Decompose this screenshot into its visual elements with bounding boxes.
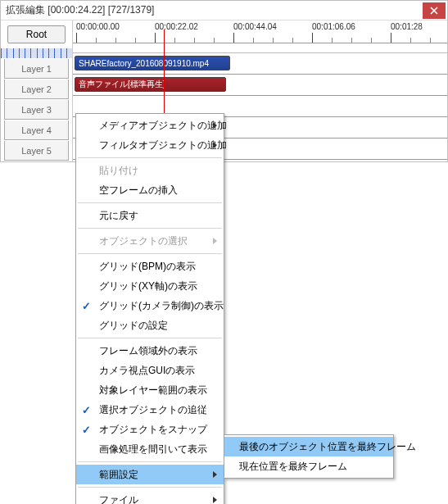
titlebar: 拡張編集 [00:00:24.22] [727/1379] bbox=[1, 1, 447, 20]
menu-range[interactable]: 範囲設定 bbox=[76, 465, 224, 484]
layer-label-2[interactable]: Layer 2 bbox=[4, 79, 69, 99]
menu-grid-config[interactable]: グリッドの設定 bbox=[76, 316, 224, 335]
layer-label-3[interactable]: Layer 3 bbox=[4, 100, 69, 120]
menu-out-of-frame[interactable]: フレーム領域外の表示 bbox=[76, 341, 224, 361]
menu-sep bbox=[78, 202, 222, 203]
layer-label-5[interactable]: Layer 5 bbox=[4, 141, 69, 161]
playhead-strip bbox=[1, 48, 72, 58]
menu-sep bbox=[78, 461, 222, 462]
left-column: Root Layer 1 Layer 2 Layer 3 Layer 4 Lay… bbox=[1, 20, 73, 161]
time-ruler[interactable]: 00:00:00.00 00:00:22.02 00:00:44.04 00:0… bbox=[73, 20, 447, 43]
ruler-label: 00:01:06.06 bbox=[312, 22, 355, 31]
submenu-last-obj[interactable]: 最後のオブジェクト位置を最終フレーム bbox=[224, 437, 393, 456]
window-title: 拡張編集 [00:00:24.22] [727/1379] bbox=[6, 3, 423, 17]
menu-sep bbox=[78, 253, 222, 254]
close-icon bbox=[430, 7, 438, 15]
menu-label: 選択オブジェクトの追従 bbox=[99, 403, 207, 417]
close-button[interactable] bbox=[423, 2, 446, 19]
layer-label-4[interactable]: Layer 4 bbox=[4, 120, 69, 140]
menu-undo[interactable]: 元に戻す bbox=[76, 206, 224, 225]
menu-add-media[interactable]: メディアオブジェクトの追加 bbox=[76, 116, 224, 135]
submenu-current[interactable]: 現在位置を最終フレーム bbox=[224, 456, 393, 476]
ruler-label: 00:00:44.04 bbox=[233, 22, 277, 31]
menu-add-filter[interactable]: フィルタオブジェクトの追加 bbox=[76, 135, 224, 155]
audio-clip[interactable]: 音声ファイル[標準再生] bbox=[75, 77, 226, 92]
ruler-label: 00:01:28 bbox=[391, 22, 423, 31]
range-submenu: 最後のオブジェクト位置を最終フレーム 現在位置を最終フレーム bbox=[224, 434, 394, 479]
menu-select-object: オブジェクトの選択 bbox=[76, 231, 224, 251]
menu-sep bbox=[78, 487, 222, 488]
video-clip[interactable]: SHAREfactory_201608091910.mp4 bbox=[75, 56, 230, 70]
menu-thin-img[interactable]: 画像処理を間引いて表示 bbox=[76, 439, 224, 459]
menu-target-range[interactable]: 対象レイヤー範囲の表示 bbox=[76, 380, 224, 400]
track-strip bbox=[73, 43, 447, 53]
menu-cam-gui[interactable]: カメラ視点GUIの表示 bbox=[76, 361, 224, 380]
menu-grid-bpm[interactable]: グリッド(BPM)の表示 bbox=[76, 257, 224, 276]
ruler-ticks bbox=[73, 31, 447, 43]
menu-paste: 貼り付け bbox=[76, 161, 224, 180]
menu-file[interactable]: ファイル bbox=[76, 490, 224, 504]
layer-label-1[interactable]: Layer 1 bbox=[4, 59, 69, 79]
track-row-2[interactable]: 音声ファイル[標準再生] bbox=[73, 75, 447, 96]
menu-sep bbox=[78, 157, 222, 158]
check-icon: ✓ bbox=[82, 300, 91, 312]
track-row-1[interactable]: SHAREfactory_201608091910.mp4 bbox=[73, 53, 447, 75]
menu-sep bbox=[78, 228, 222, 229]
menu-insert-blank[interactable]: 空フレームの挿入 bbox=[76, 180, 224, 200]
context-menu: メディアオブジェクトの追加 フィルタオブジェクトの追加 貼り付け 空フレームの挿… bbox=[75, 113, 224, 504]
ruler-label: 00:00:00.00 bbox=[76, 22, 120, 31]
menu-snap[interactable]: ✓オブジェクトをスナップ bbox=[76, 420, 224, 439]
menu-sep bbox=[78, 338, 222, 338]
check-icon: ✓ bbox=[82, 404, 91, 416]
check-icon: ✓ bbox=[82, 424, 91, 436]
ruler-label: 00:00:22.02 bbox=[155, 22, 198, 31]
menu-label: グリッド(カメラ制御)の表示 bbox=[99, 299, 224, 313]
menu-follow-sel[interactable]: ✓選択オブジェクトの追従 bbox=[76, 400, 224, 420]
root-button[interactable]: Root bbox=[7, 25, 66, 43]
menu-label: オブジェクトをスナップ bbox=[99, 423, 207, 437]
menu-grid-xy[interactable]: グリッド(XY軸)の表示 bbox=[76, 276, 224, 296]
menu-grid-cam[interactable]: ✓グリッド(カメラ制御)の表示 bbox=[76, 296, 224, 316]
